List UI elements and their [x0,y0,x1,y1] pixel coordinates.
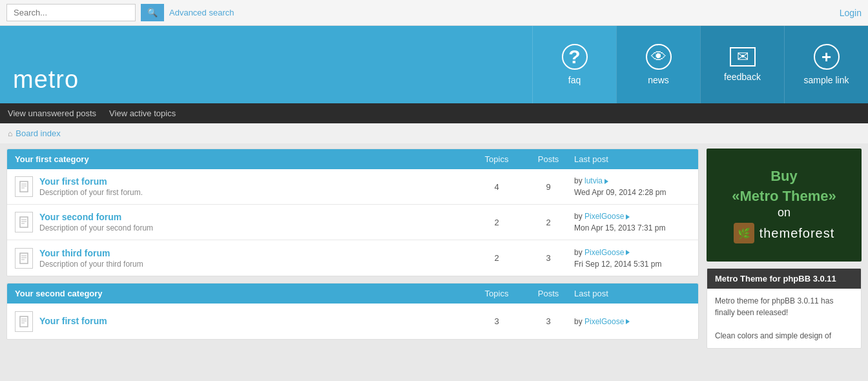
forum-info-3: Your third forum Description of your thi… [39,248,471,269]
hero-tile-feedback[interactable]: ✉ feedback [700,26,784,103]
arrow-icon-1 [604,179,608,184]
forum-name-1[interactable]: Your first forum [39,176,107,187]
info-text-2: Clean colors and simple design of [715,330,853,342]
forum-topics-cat2-1: 3 [471,316,522,326]
forum-row-1: Your first forum Description of your fir… [7,169,698,205]
col-last-1: Last post [574,154,690,164]
search-button[interactable]: 🔍 [141,4,164,21]
forum-name-3[interactable]: Your third forum [39,248,110,258]
category-1-title: Your first category [15,154,471,164]
forum-lastpost-2: by PixelGoose Mon Apr 15, 2013 7:31 pm [574,211,690,234]
svg-rect-0 [20,181,28,192]
info-block: Metro Theme for phpBB 3.0.11 Metro theme… [707,268,862,349]
forum-topics-2: 2 [471,218,522,227]
col-posts-2-hdr: Posts [522,289,574,298]
category-block-2: Your second category Topics Posts Last p… [6,283,699,340]
forum-icon-cat2-1 [15,311,33,332]
ad-theme-text: «Metro Theme» [732,187,836,207]
forum-topics-3: 2 [471,253,522,263]
forum-desc-2: Description of your second forum [39,223,471,232]
sample-label: sample link [803,75,849,85]
forum-lastpost-cat2-1: by PixelGoose [574,316,690,327]
forum-icon-3 [15,248,33,269]
forum-row-3: Your third forum Description of your thi… [7,240,698,276]
ad-buy-text: Buy [732,167,836,187]
sample-icon: + [814,44,840,70]
login-link[interactable]: Login [840,8,862,18]
forum-info-2: Your second forum Description of your se… [39,212,471,232]
nav-bar: View unanswered posts View active topics [0,103,868,123]
svg-rect-8 [20,253,28,263]
top-bar: 🔍 Advanced search Login [0,0,868,26]
col-topics-1: Topics [471,154,522,164]
search-area: 🔍 Advanced search [6,4,234,21]
col-posts-1: Posts [522,154,574,164]
forum-row-2: Your second forum Description of your se… [7,205,698,240]
feedback-label: feedback [724,72,761,82]
category-block-1: Your first category Topics Posts Last po… [6,149,699,276]
hero-tile-faq[interactable]: ? faq [532,26,616,103]
lastpost-user-1[interactable]: lutvia [584,176,603,185]
news-label: news [648,75,669,85]
info-block-body: Metro theme for phpBB 3.0.11 has finally… [707,289,861,348]
forum-name-2[interactable]: Your second forum [39,212,121,222]
main-layout: Your first category Topics Posts Last po… [0,143,868,354]
info-text-1: Metro theme for phpBB 3.0.11 has finally… [715,295,853,318]
svg-rect-12 [20,316,28,327]
search-input[interactable] [6,4,136,21]
nav-unanswered[interactable]: View unanswered posts [8,108,96,118]
forum-name-cat2-1[interactable]: Your first forum [39,316,107,326]
nav-active-topics[interactable]: View active topics [109,108,176,118]
sidebar: Buy «Metro Theme» on 🌿 themeforest Metro… [707,149,862,349]
feedback-icon: ✉ [730,47,756,67]
brand-title: metro [13,66,79,94]
advanced-search-link[interactable]: Advanced search [169,8,234,17]
faq-icon: ? [562,44,588,70]
forum-lastpost-1: by lutvia Wed Apr 09, 2014 2:28 pm [574,175,690,198]
lastpost-user-cat2-1[interactable]: PixelGoose [584,317,624,326]
hero-section: metro ? faq 👁 news ✉ feedback + sample l… [0,26,868,103]
ad-block: Buy «Metro Theme» on 🌿 themeforest [707,149,862,262]
category-1-header: Your first category Topics Posts Last po… [7,149,698,169]
forum-lastpost-3: by PixelGoose Fri Sep 12, 2014 5:31 pm [574,247,690,270]
forum-icon-2 [15,212,33,232]
forum-info-1: Your first forum Description of your fir… [39,176,471,197]
news-icon: 👁 [646,44,672,70]
hero-brand: metro [0,26,532,103]
lastpost-date-2: Mon Apr 15, 2013 7:31 pm [574,223,665,232]
ad-on-text: on [732,206,836,220]
forum-posts-cat2-1: 3 [522,316,574,326]
category-2-title: Your second category [15,289,471,298]
arrow-icon-cat2-1 [626,319,630,324]
col-last-2: Last post [574,289,690,298]
tf-name: themeforest [760,226,835,241]
home-icon: ⌂ [8,129,12,138]
category-2-header: Your second category Topics Posts Last p… [7,283,698,304]
ad-content: Buy «Metro Theme» on 🌿 themeforest [732,167,836,244]
forum-posts-1: 9 [522,182,574,192]
board-index-link[interactable]: Board index [16,129,60,138]
info-block-header: Metro Theme for phpBB 3.0.11 [707,269,861,289]
ad-tf-row: 🌿 themeforest [732,223,836,243]
svg-rect-4 [20,217,28,227]
forum-section: Your first category Topics Posts Last po… [6,149,699,346]
hero-tile-news[interactable]: 👁 news [616,26,700,103]
forum-desc-1: Description of your first forum. [39,188,471,197]
tf-icon: 🌿 [734,223,754,243]
lastpost-date-3: Fri Sep 12, 2014 5:31 pm [574,260,661,269]
faq-label: faq [568,75,581,85]
hero-tiles: ? faq 👁 news ✉ feedback + sample link [532,26,868,103]
lastpost-user-3[interactable]: PixelGoose [584,248,624,257]
hero-tile-sample[interactable]: + sample link [784,26,868,103]
lastpost-user-2[interactable]: PixelGoose [584,212,624,221]
forum-icon-1 [15,176,33,197]
arrow-icon-2 [626,214,630,220]
forum-row-cat2-1: Your first forum 3 3 by PixelGoose [7,304,698,339]
arrow-icon-3 [626,250,630,255]
forum-desc-3: Description of your third forum [39,260,471,269]
forum-info-cat2-1: Your first forum [39,316,471,327]
breadcrumb: ⌂ Board index [0,123,868,143]
col-topics-2: Topics [471,289,522,298]
forum-topics-1: 4 [471,182,522,192]
forum-posts-3: 3 [522,253,574,263]
